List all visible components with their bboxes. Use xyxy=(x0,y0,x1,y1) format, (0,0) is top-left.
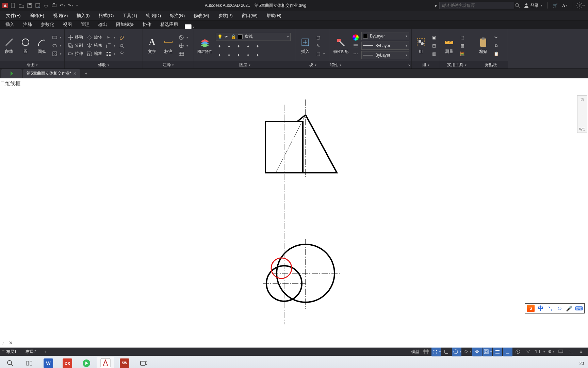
ime-mic-icon[interactable]: 🎤 xyxy=(566,305,573,312)
layer-tool-2[interactable]: ✦ xyxy=(225,43,233,50)
task-search[interactable] xyxy=(1,357,19,368)
signin-button[interactable]: 登录 ▾ xyxy=(524,3,542,9)
scale-button[interactable]: 缩放 xyxy=(86,50,103,57)
polar-toggle[interactable]: ▾ xyxy=(452,347,461,356)
ribtab-featured[interactable]: 精选应用 xyxy=(156,20,182,29)
menu-file[interactable]: 文件(F) xyxy=(2,13,25,19)
ribtab-view[interactable]: 视图 xyxy=(59,20,76,29)
app-menu-icon[interactable] xyxy=(2,2,8,9)
group-sel-button[interactable]: ▥ xyxy=(430,50,438,57)
ungroup-button[interactable]: ▣ xyxy=(430,34,438,41)
task-media[interactable] xyxy=(78,357,95,368)
ribtab-collab[interactable]: 协作 xyxy=(138,20,156,29)
layout-add-button[interactable]: ＋ xyxy=(40,348,50,355)
close-icon[interactable]: ✕ xyxy=(73,71,77,76)
saveas-icon[interactable] xyxy=(35,2,41,9)
menu-draw[interactable]: 绘图(D) xyxy=(142,13,165,19)
stretch-button[interactable]: 拉伸 xyxy=(67,50,84,57)
ribtab-annotate[interactable]: 注释 xyxy=(19,20,36,29)
layer-tool-7[interactable]: ✦ xyxy=(225,52,233,59)
panel-clip-label[interactable]: 剪贴板 xyxy=(474,61,508,68)
insert-block-button[interactable]: 插入 xyxy=(298,36,312,55)
panel-layers-label[interactable]: 图层▾ xyxy=(194,61,296,68)
open-icon[interactable] xyxy=(18,2,24,9)
ime-punct-icon[interactable]: °, xyxy=(547,305,554,312)
task-solidworks[interactable]: SW xyxy=(116,357,133,368)
start-tab[interactable] xyxy=(1,69,22,78)
panel-group-label[interactable]: 组▾ xyxy=(412,61,440,68)
menu-modify[interactable]: 修改(M) xyxy=(190,13,213,19)
help-icon[interactable]: ?▾ xyxy=(578,2,584,9)
layer-tool-4[interactable]: ✦ xyxy=(244,43,252,50)
plot-icon[interactable] xyxy=(51,2,57,9)
status-model[interactable]: 模型 xyxy=(410,349,421,355)
layer-tool-8[interactable]: ✦ xyxy=(235,52,242,59)
leader-button[interactable]: ▾ xyxy=(178,34,189,41)
panel-modify-label[interactable]: 修改▾ xyxy=(65,61,143,68)
arc-button[interactable]: 圆弧 xyxy=(35,36,49,55)
ribtab-more-icon[interactable]: ▾ xyxy=(193,26,195,29)
task-word[interactable]: W xyxy=(39,357,57,368)
otrack-toggle[interactable]: ▾ xyxy=(483,347,492,356)
layer-tool-1[interactable]: ✦ xyxy=(216,43,223,50)
matchprop-button[interactable]: 特性匹配 xyxy=(332,36,350,55)
ellipse-button[interactable]: ▾ xyxy=(51,42,62,49)
fillet-button[interactable]: ▾ xyxy=(105,42,116,49)
ribtab-flag-icon[interactable] xyxy=(185,24,192,29)
offset-button[interactable] xyxy=(118,50,126,57)
task-dx[interactable]: DX xyxy=(59,357,76,368)
ortho-toggle[interactable] xyxy=(442,347,451,356)
layer-dropdown[interactable]: 💡 ☀ 🔓 虚线 ▾ xyxy=(216,33,291,41)
snap-toggle[interactable]: ▾ xyxy=(431,347,441,356)
cmd-close-icon[interactable]: ✕ xyxy=(9,340,13,346)
layer-tool-10[interactable]: ✦ xyxy=(254,52,261,59)
layer-tool-6[interactable]: ✦ xyxy=(216,52,223,59)
linetype-dropdown[interactable]: ByLayer▾ xyxy=(361,51,409,59)
group-button[interactable]: 组 xyxy=(414,36,428,55)
move-button[interactable]: 移动 xyxy=(67,34,84,41)
ribtab-parametric[interactable]: 参数化 xyxy=(37,20,58,29)
ime-lang[interactable]: 中 xyxy=(537,305,544,312)
3dosnap-toggle[interactable] xyxy=(513,347,523,356)
ime-bar[interactable]: S 中 °, ☺ 🎤 ⌨ xyxy=(525,303,585,313)
osnap-toggle[interactable] xyxy=(472,347,482,356)
lwt-toggle[interactable] xyxy=(493,347,502,356)
layer-props-button[interactable]: 图层特性 xyxy=(196,36,214,55)
linetype-button[interactable] xyxy=(352,50,359,57)
dynucs-toggle[interactable] xyxy=(503,347,512,356)
redo-icon[interactable]: ↷▾ xyxy=(67,2,74,9)
block-edit-button[interactable]: ✎ xyxy=(314,42,326,49)
copy-clip-button[interactable]: ⧉ xyxy=(492,42,500,49)
workspace-switch[interactable] xyxy=(556,347,566,356)
array-button[interactable]: ▾ xyxy=(105,50,116,57)
file-tab-current[interactable]: 第5章曲面立体相交作业* ✕ xyxy=(23,69,80,78)
rotate-button[interactable]: 旋转 xyxy=(86,34,103,41)
ime-emoji-icon[interactable]: ☺ xyxy=(556,305,563,312)
group-edit-button[interactable]: ▤ xyxy=(430,42,438,49)
ribtab-addins[interactable]: 附加模块 xyxy=(112,20,138,29)
dim-button[interactable]: 标注 xyxy=(161,36,176,55)
calc-button[interactable]: 🧮 xyxy=(458,50,466,57)
task-view[interactable] xyxy=(20,357,38,368)
undo-icon[interactable]: ↶▾ xyxy=(59,2,65,9)
measure-button[interactable]: 测量 xyxy=(442,36,456,55)
search-icon[interactable] xyxy=(514,2,520,9)
new-tab-button[interactable]: ＋ xyxy=(82,70,90,78)
menu-insert[interactable]: 插入(I) xyxy=(72,13,94,19)
layout-tab-2[interactable]: 布局2 xyxy=(21,348,40,355)
explode-button[interactable] xyxy=(118,42,126,49)
panel-props-label[interactable]: 特性▾↘ xyxy=(330,61,411,68)
status-scale[interactable]: 1:1 xyxy=(534,349,542,354)
qselect-button[interactable]: ▦ xyxy=(458,42,466,49)
menu-tools[interactable]: 工具(T) xyxy=(118,13,141,19)
layer-tool-9[interactable]: ✦ xyxy=(244,52,252,59)
menu-help[interactable]: 帮助(H) xyxy=(262,13,285,19)
infocenter-arrow-icon[interactable]: ▸ xyxy=(433,2,439,9)
selcycling-toggle[interactable] xyxy=(523,347,533,356)
menu-format[interactable]: 格式(O) xyxy=(95,13,118,19)
trim-button[interactable]: ✂▾ xyxy=(105,34,116,41)
line-button[interactable]: 段线 xyxy=(2,36,16,55)
ribtab-manage[interactable]: 管理 xyxy=(77,20,94,29)
task-camera[interactable] xyxy=(135,357,152,368)
circle-button[interactable]: 圆 xyxy=(18,36,33,55)
